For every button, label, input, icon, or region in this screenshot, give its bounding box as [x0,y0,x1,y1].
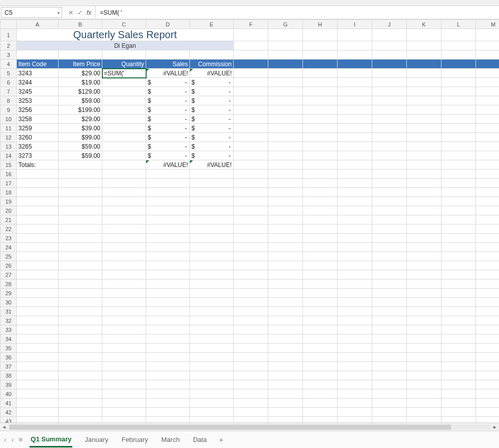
cell[interactable] [476,399,500,408]
row-header[interactable]: 31 [1,307,17,316]
cell-quantity[interactable] [102,151,146,160]
cell[interactable] [303,316,338,325]
col-header-G[interactable]: G [268,20,303,29]
hdr-sales[interactable]: Sales [146,60,190,69]
cell[interactable] [372,215,407,225]
row-header[interactable]: 16 [1,170,17,179]
horizontal-scrollbar[interactable]: ◄ ► [0,423,499,431]
cell[interactable] [407,243,441,252]
cell[interactable] [268,105,303,115]
cell[interactable] [234,243,268,252]
cell[interactable] [441,371,476,380]
cell[interactable] [303,408,338,417]
cell[interactable] [441,170,476,179]
cell[interactable] [407,60,441,69]
cell[interactable] [441,188,476,197]
cell[interactable] [17,188,59,197]
cell[interactable] [17,380,59,389]
cell[interactable] [17,234,59,243]
cell[interactable] [59,344,102,353]
cell[interactable] [146,179,190,188]
enter-formula-button[interactable]: ✓ [77,9,82,16]
cell[interactable] [338,197,372,206]
row-header[interactable]: 13 [1,142,17,151]
cell-item-price[interactable]: $199.00 [59,105,102,115]
cell[interactable] [476,371,500,380]
cell[interactable] [441,215,476,225]
cell[interactable] [338,371,372,380]
row-header[interactable]: 40 [1,389,17,399]
col-header-H[interactable]: H [303,20,338,29]
cell[interactable] [234,142,268,151]
cell[interactable] [102,289,146,298]
cell[interactable] [59,261,102,270]
cell[interactable] [146,408,190,417]
cell[interactable] [59,270,102,279]
cell[interactable] [338,105,372,115]
cell[interactable] [441,197,476,206]
cell[interactable] [17,325,59,334]
row-header[interactable]: 5 [1,69,17,78]
cell[interactable] [407,408,441,417]
cell[interactable] [372,344,407,353]
cell[interactable] [59,417,102,423]
cell[interactable] [303,197,338,206]
cell[interactable] [303,133,338,142]
cell[interactable] [407,160,441,170]
cell[interactable] [17,399,59,408]
cell[interactable] [268,160,303,170]
cell[interactable] [102,50,146,60]
cell-item-code[interactable]: 3260 [17,133,59,142]
cell[interactable] [338,362,372,371]
cell[interactable] [441,380,476,389]
col-header-E[interactable]: E [190,20,234,29]
cell[interactable] [407,69,441,78]
cell[interactable] [303,261,338,270]
cell[interactable] [190,344,234,353]
cell[interactable] [190,279,234,289]
cell[interactable] [303,41,338,50]
cell[interactable] [338,124,372,133]
cell[interactable] [234,87,268,96]
cell[interactable] [268,344,303,353]
row-header[interactable]: 3 [1,50,17,60]
select-all-corner[interactable] [1,20,17,29]
cell[interactable] [338,133,372,142]
cell[interactable] [59,188,102,197]
cell[interactable] [303,279,338,289]
cell[interactable] [190,252,234,261]
cell[interactable] [234,225,268,234]
cell[interactable] [234,270,268,279]
hdr-commission[interactable]: Commission [190,60,234,69]
cell[interactable] [476,289,500,298]
cell[interactable] [476,380,500,389]
cell[interactable] [146,334,190,344]
col-header-J[interactable]: J [372,20,407,29]
cell[interactable] [59,179,102,188]
cell[interactable] [234,50,268,60]
cell-quantity[interactable] [102,142,146,151]
cell[interactable] [338,261,372,270]
cell[interactable] [476,252,500,261]
cell[interactable] [407,316,441,325]
cell[interactable] [338,87,372,96]
cell[interactable] [190,261,234,270]
cell[interactable] [338,399,372,408]
cell[interactable] [407,215,441,225]
totals-sales[interactable]: #VALUE! [146,160,190,170]
cell[interactable] [268,334,303,344]
cell[interactable] [17,362,59,371]
cell[interactable] [372,408,407,417]
cell[interactable] [476,389,500,399]
cell[interactable] [190,389,234,399]
row-header[interactable]: 23 [1,234,17,243]
cell[interactable] [372,105,407,115]
cell[interactable] [303,179,338,188]
cell[interactable] [372,41,407,50]
cell[interactable] [372,362,407,371]
cell[interactable] [102,225,146,234]
cell-sales[interactable]: $- [146,142,190,151]
cell[interactable] [268,206,303,215]
cell[interactable] [303,325,338,334]
cell[interactable] [17,334,59,344]
